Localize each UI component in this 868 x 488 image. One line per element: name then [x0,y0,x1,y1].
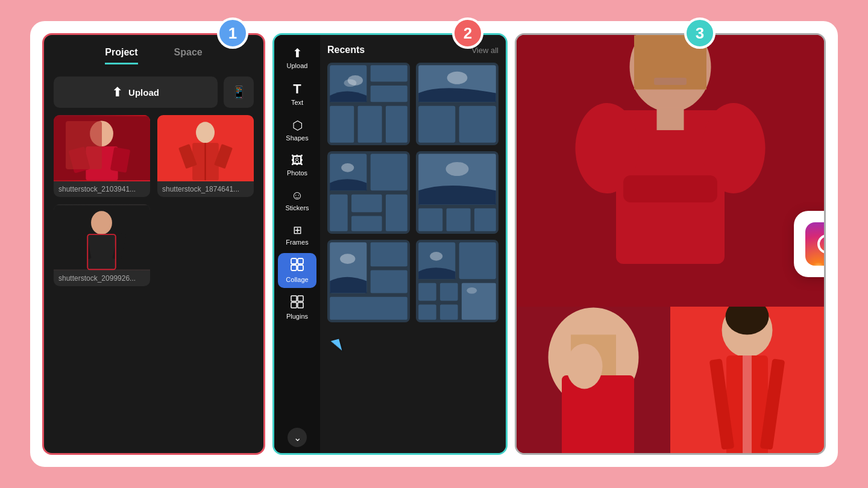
step-3-badge: 3 [684,17,715,49]
svg-rect-57 [371,242,407,266]
project-panel: Project Space ⬆ Upload 📱 [42,33,265,455]
svg-rect-42 [371,154,407,190]
svg-rect-29 [330,106,354,143]
svg-rect-20 [298,265,303,271]
svg-point-38 [447,72,468,84]
step-2-badge: 2 [452,17,483,49]
tool-upload[interactable]: ⬆ Upload [278,41,316,74]
svg-rect-30 [358,106,382,143]
main-preview-photo [517,35,824,307]
collage-template-5[interactable] [327,240,410,322]
svg-rect-64 [418,283,436,301]
tools-panel: ⬆ Upload T Text ⬡ Shapes 🖼 Photos ☺ S [272,33,508,455]
svg-rect-31 [386,106,407,143]
device-button[interactable]: 📱 [224,77,254,108]
tool-collage[interactable]: Collage [278,253,316,288]
svg-rect-23 [291,302,297,308]
stickers-tool-icon: ☺ [291,189,303,202]
collage-template-4[interactable] [416,151,498,234]
shapes-tool-label: Shapes [286,134,308,142]
svg-rect-82 [517,35,824,307]
image-thumb-2[interactable]: shutterstock_1874641... [157,115,254,197]
upload-row: ⬆ Upload 📱 [44,67,263,115]
svg-rect-19 [291,265,297,271]
text-tool-label: Text [291,99,303,106]
plugins-tool-icon [291,295,304,311]
upload-tool-icon: ⬆ [292,46,303,60]
svg-point-60 [340,254,355,264]
svg-rect-44 [351,195,382,213]
image-thumb-3[interactable]: shutterstock_2099926... [54,204,150,286]
image-filename-1: shutterstock_2103941... [54,181,150,197]
tool-text[interactable]: T Text [278,77,316,111]
upload-button[interactable]: ⬆ Upload [54,77,218,108]
svg-rect-13 [87,234,116,269]
upload-tool-label: Upload [287,62,308,69]
frames-tool-icon: ⊞ [293,224,302,237]
more-tools-button[interactable]: ⌄ [288,428,307,447]
svg-point-53 [446,162,469,176]
svg-rect-3 [69,146,90,173]
collage-template-6[interactable] [416,240,498,322]
collage-template-3[interactable] [327,151,410,234]
panel2-inner: ⬆ Upload T Text ⬡ Shapes 🖼 Photos ☺ S [274,35,506,453]
tutorial-wrapper: 1 2 3 Project Space ⬆ Upload 📱 [30,21,838,467]
svg-rect-50 [418,208,442,231]
tab-space[interactable]: Space [174,47,203,64]
instagram-icon-badge [794,211,826,277]
tab-project[interactable]: Project [105,47,137,64]
bottom-right-svg [670,307,824,453]
collage-svg-2 [416,63,498,145]
plugins-tool-label: Plugins [286,313,308,320]
stickers-tool-label: Stickers [285,204,309,211]
svg-rect-24 [298,302,303,308]
svg-point-70 [467,287,477,294]
collage-tool-icon [291,258,304,274]
svg-rect-51 [447,208,471,231]
bottom-left-svg [517,307,670,453]
img-svg-1 [54,115,150,181]
tool-stickers[interactable]: ☺ Stickers [278,184,316,216]
tool-shapes[interactable]: ⬡ Shapes [278,113,316,146]
collage-template-2[interactable] [416,63,498,145]
bottom-left-photo [517,307,670,453]
tool-frames[interactable]: ⊞ Frames [278,219,316,251]
svg-point-1 [90,120,113,146]
svg-rect-68 [440,304,458,319]
recents-title: Recents [327,45,365,55]
svg-rect-22 [298,296,303,301]
svg-rect-43 [330,195,348,231]
tools-sidebar: ⬆ Upload T Text ⬡ Shapes 🖼 Photos ☺ S [274,35,320,453]
img-svg-3 [54,204,150,271]
image-filename-2: shutterstock_1874641... [157,181,254,197]
svg-point-69 [430,252,442,261]
tool-plugins[interactable]: Plugins [278,290,316,325]
photos-tool-icon: 🖼 [291,154,303,167]
main-photo-svg [517,35,824,307]
chevron-down-icon: ⌄ [294,432,301,443]
collage-svg-5 [327,240,410,322]
svg-rect-65 [440,283,458,301]
svg-point-87 [567,344,603,389]
svg-rect-86 [562,375,634,453]
frames-tool-label: Frames [286,239,308,246]
svg-rect-95 [805,222,826,266]
collage-templates-grid [327,63,498,322]
bottom-photos-row [517,307,824,453]
image-thumb-1[interactable]: shutterstock_2103941... [54,115,150,197]
svg-rect-52 [474,208,496,231]
tool-photos[interactable]: 🖼 Photos [278,149,316,181]
recents-content: Recents View all [320,35,506,453]
svg-rect-46 [386,195,407,231]
collage-template-1[interactable] [327,63,410,145]
collage-svg-6 [416,240,498,322]
img-svg-2 [157,115,254,181]
svg-rect-27 [371,65,407,81]
upload-icon: ⬆ [112,85,122,99]
image-3-preview [54,204,150,271]
svg-rect-36 [418,106,455,143]
image-grid: shutterstock_2103941... [44,115,263,286]
svg-point-12 [91,211,112,234]
view-all-link[interactable]: View all [471,46,498,55]
svg-rect-37 [459,106,496,143]
